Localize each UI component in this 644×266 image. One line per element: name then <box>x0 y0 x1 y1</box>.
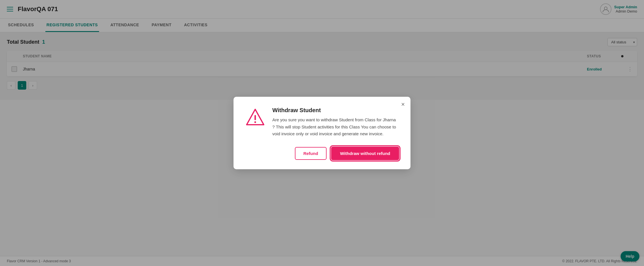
modal-body: Withdraw Student Are you sure you want t… <box>245 107 399 138</box>
refund-button[interactable]: Refund <box>295 147 327 160</box>
modal-actions: Refund Withdraw without refund <box>245 147 399 160</box>
withdraw-modal: × Withdraw Student Are you sure you want… <box>234 97 410 169</box>
modal-close-button[interactable]: × <box>401 101 405 108</box>
svg-point-2 <box>254 121 256 123</box>
warning-triangle-icon <box>245 107 265 128</box>
modal-title: Withdraw Student <box>272 107 399 114</box>
modal-description: Are you sure you want to withdraw Studen… <box>272 116 399 138</box>
modal-overlay: × Withdraw Student Are you sure you want… <box>0 0 644 266</box>
modal-text-area: Withdraw Student Are you sure you want t… <box>272 107 399 138</box>
svg-rect-1 <box>255 115 256 120</box>
withdraw-without-refund-button[interactable]: Withdraw without refund <box>331 147 399 160</box>
